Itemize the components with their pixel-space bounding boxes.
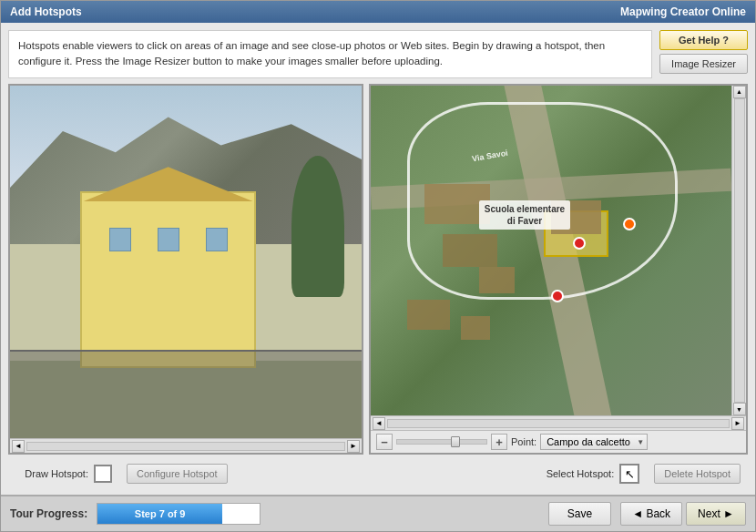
photo-container [10, 86, 362, 439]
window-title: Add Hotspots [10, 5, 82, 18]
map-pin-1 [573, 237, 586, 250]
select-hotspot-label: Select Hotspot: [541, 468, 614, 479]
zoom-slider-thumb[interactable] [451, 436, 460, 447]
map-label-line1: Scuola elementare [485, 204, 565, 214]
photo-windows [99, 228, 237, 251]
map-label-line2: di Faver [507, 216, 542, 226]
photo-window-3 [206, 228, 228, 251]
get-help-button[interactable]: Get Help ? [659, 30, 748, 50]
progress-bar: Step 7 of 9 [97, 503, 261, 525]
configure-hotspot-button[interactable]: Configure Hotspot [127, 464, 228, 484]
draw-hotspot-label: Draw Hotspot: [15, 468, 88, 479]
step-text: Step 7 of 9 [135, 508, 186, 519]
info-row: Hotspots enable viewers to click on area… [8, 30, 748, 78]
scroll-up-arrow[interactable]: ▲ [733, 86, 746, 98]
progress-label: Tour Progress: [10, 507, 87, 520]
map-label-area: Scuola elementare di Faver [479, 200, 570, 230]
map-scroll-right[interactable]: ► [731, 417, 744, 430]
map-building-2 [443, 234, 496, 267]
point-select-wrapper[interactable]: Campo da calcetto Scuola elementare [540, 434, 648, 450]
zoom-bar: − + Point: Campo da calcetto Scuola elem… [371, 430, 746, 453]
brand-name: Mapwing Creator Online [620, 5, 746, 18]
map-scroll-left[interactable]: ◄ [373, 417, 385, 430]
map-pin-3 [623, 218, 636, 230]
map-building-5 [461, 316, 490, 339]
map-building-4 [407, 300, 451, 330]
back-button[interactable]: ◄ Back [620, 502, 682, 526]
controls-row: Draw Hotspot: Configure Hotspot Select H… [8, 460, 748, 487]
photo-building [80, 191, 256, 368]
scroll-down-arrow[interactable]: ▼ [733, 403, 746, 415]
left-panel: ◄ ► [8, 84, 363, 455]
photo-window-1 [109, 228, 131, 251]
scroll-left-arrow[interactable]: ◄ [12, 440, 25, 453]
photo-trees [291, 156, 344, 297]
scroll-right-arrow[interactable]: ► [347, 440, 360, 453]
save-button[interactable]: Save [548, 502, 611, 526]
zoom-plus-button[interactable]: + [491, 434, 507, 450]
map-container[interactable]: Via Savoi Scuola elementare d [371, 86, 746, 416]
title-bar: Add Hotspots Mapwing Creator Online [1, 1, 755, 23]
point-select[interactable]: Campo da calcetto Scuola elementare [540, 434, 648, 450]
image-resizer-button[interactable]: Image Resizer [659, 54, 748, 74]
map-scrollbar-h: ◄ ► [371, 415, 746, 430]
photo-fence [10, 350, 362, 438]
next-button[interactable]: Next ► [686, 502, 746, 526]
help-buttons: Get Help ? Image Resizer [659, 30, 748, 74]
draw-hotspot-checkbox[interactable] [94, 465, 112, 483]
map-scroll-track-h[interactable] [387, 419, 730, 428]
delete-hotspot-button[interactable]: Delete Hotspot [654, 464, 741, 484]
content-area: Hotspots enable viewers to click on area… [1, 23, 755, 495]
photo-window-2 [158, 228, 179, 251]
map-scrollbar-v: ▲ ▼ [731, 86, 746, 416]
photo-scene [10, 86, 362, 439]
select-hotspot-group: Select Hotspot: ↖ [541, 464, 639, 484]
select-hotspot-cursor[interactable]: ↖ [619, 464, 639, 484]
right-panel: Via Savoi Scuola elementare d [369, 84, 748, 455]
info-text: Hotspots enable viewers to click on area… [8, 30, 652, 78]
scroll-track-v[interactable] [734, 98, 745, 404]
scroll-track-h[interactable] [26, 442, 345, 451]
map-scene: Via Savoi Scuola elementare d [371, 86, 731, 416]
progress-filled: Step 7 of 9 [97, 504, 222, 524]
map-building-3 [479, 267, 516, 293]
zoom-slider[interactable] [396, 439, 487, 445]
nav-buttons: ◄ Back Next ► [620, 502, 746, 526]
progress-empty [222, 504, 260, 524]
photo-scrollbar-h: ◄ ► [10, 438, 362, 453]
point-label: Point: [511, 436, 536, 447]
app-window: Add Hotspots Mapwing Creator Online Hots… [0, 0, 756, 532]
draw-hotspot-group: Draw Hotspot: [15, 465, 112, 483]
zoom-minus-button[interactable]: − [376, 434, 393, 450]
main-panels: ◄ ► Via Savo [8, 84, 748, 455]
footer-bar: Tour Progress: Step 7 of 9 Save ◄ Back N… [1, 495, 755, 531]
